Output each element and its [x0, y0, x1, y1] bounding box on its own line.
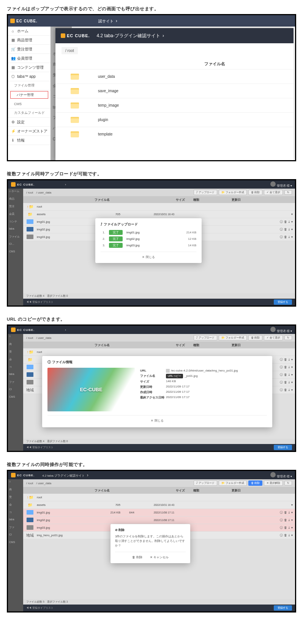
users-icon: 👥	[11, 56, 15, 60]
status-bar: ファイル総数 4 選択ファイル数 0	[23, 293, 295, 299]
user-menu[interactable]: 管理者 様 ▾	[268, 327, 292, 333]
url-copy-button[interactable]: URLコピー	[166, 374, 183, 378]
upload-button[interactable]: ⤴ アップロード	[194, 480, 217, 486]
close-button[interactable]: ✕ 閉じる	[101, 252, 196, 260]
product-icon: ▦	[11, 38, 15, 42]
thumb-icon	[23, 518, 37, 523]
sub-custom[interactable]: カスタムフィールド	[8, 109, 50, 118]
preview-image: EC-CUBE	[47, 368, 135, 411]
nav-products[interactable]: ▦商品管理	[8, 36, 50, 45]
folder-icon: 📁	[23, 503, 37, 507]
file-row[interactable]: ↑📁root	[23, 348, 295, 356]
delete-button[interactable]: 🗑 削除	[248, 480, 262, 486]
status-bar: ファイル総数 4 選択ファイル数 0	[23, 439, 295, 444]
app-screen: EC CUBE. 4.2 taba-プラグイン確認サイト 管理者 様 ▾ ⌂商受…	[8, 471, 295, 611]
rail: ⌂商受会コtabaファCICMS	[8, 334, 23, 451]
file-row[interactable]: img01.jpg214 KB6442022/11/08 17:11ⓘ 🗑 ⤓ …	[23, 509, 295, 516]
nav-store[interactable]: ⚡オーナーズストア	[8, 127, 50, 136]
breadcrumb-bar: / root / user_data ⤴ アップロード 📁 フォルダー作成 🗑 …	[23, 334, 295, 342]
breadcrumb[interactable]: / root / user_data	[26, 481, 51, 485]
user-menu[interactable]: 管理者 様 ▾	[268, 472, 292, 479]
folder-row[interactable]: save_image	[55, 83, 294, 98]
site-title[interactable]: 4.2 taba-プラグイン確認サイト	[42, 472, 88, 478]
file-row[interactable]: 📁assets7052022/10/31 16:43▾	[23, 501, 295, 509]
upload-button[interactable]: ⤴ アップロード	[194, 335, 217, 340]
status-bar: ファイル総数 5 選択ファイル数 3	[23, 599, 295, 605]
selectall-button[interactable]: ✓ 全て選択	[264, 335, 283, 340]
column-header: ファイル名サイズ種類更新日	[23, 342, 295, 348]
user-menu[interactable]: 管理者 様 ▾	[268, 181, 292, 188]
breadcrumb-bar: / root / user_data ⤴ アップロード 📁 フォルダー作成 🗑 …	[23, 479, 295, 487]
folder-row[interactable]: temp_image	[55, 98, 294, 112]
nav-orders[interactable]: 🛒受注管理	[8, 45, 50, 54]
sub-cms[interactable]: CMS	[8, 99, 50, 109]
selectall-button[interactable]: ✓ 全て選択	[264, 190, 283, 195]
cube-icon	[61, 33, 65, 38]
nav-info[interactable]: ℹ情報	[8, 136, 50, 145]
cube-icon	[11, 328, 16, 332]
avatar-icon	[270, 472, 276, 477]
up-icon: ↑📁	[23, 205, 37, 209]
nav-settings[interactable]: ⚙設定	[8, 118, 50, 127]
thumb-icon	[23, 219, 37, 225]
brand-logo: EC CUBE.	[61, 33, 90, 38]
mkdir-button[interactable]: 📁 フォルダー作成	[219, 190, 247, 195]
hex-icon: ⬡	[11, 74, 15, 79]
meta-table: URL/ec-cube-4.2.0/html/user_data/img_her…	[140, 368, 267, 411]
folder-row[interactable]: user_data	[55, 69, 294, 83]
section-delete: EC CUBE. 4.2 taba-プラグイン確認サイト 管理者 様 ▾ ⌂商受…	[7, 470, 296, 613]
section-urlcopy: EC CUBE. › 管理者 様 ▾ ⌂商受会コtabaファCICMS / ro…	[7, 324, 296, 452]
section-popup: EC CUBE. 認サイト ⌂ホーム ▦商品管理 🛒受注管理 👥会員管理 ▦コン…	[7, 14, 296, 161]
nav-taba[interactable]: ⬡taba™ app	[8, 72, 50, 81]
delete-button[interactable]: 🗑 削除	[248, 190, 262, 195]
file-row[interactable]: ↑📁root	[23, 494, 295, 501]
refresh-button[interactable]: ↻	[284, 335, 292, 340]
brand-logo: EC CUBE.	[11, 473, 35, 477]
thumb-icon	[23, 525, 37, 531]
file-row[interactable]: img02.jpg2022/11/08 17:11ⓘ 🗑 ⤓ ▾	[23, 516, 295, 524]
nav-home[interactable]: ⌂ホーム	[8, 27, 50, 36]
sub-banner[interactable]: バナー管理	[10, 91, 48, 99]
list-button[interactable]: ◀◀ 登録タイプリスト	[26, 300, 54, 304]
app-header: EC CUBE. › 管理者 様 ▾	[8, 180, 295, 189]
thumb-icon	[23, 365, 37, 370]
delete-button[interactable]: 🗑 削除	[248, 335, 262, 340]
save-button[interactable]: 登録する	[274, 605, 292, 611]
breadcrumb[interactable]: / root / user_data	[26, 336, 51, 340]
breadcrumb[interactable]: / root / user_data	[26, 191, 51, 195]
up-icon: ↑📁	[23, 495, 37, 499]
cancel-button[interactable]: ✕ キャンセル	[150, 555, 169, 559]
mkdir-button[interactable]: 📁 フォルダー作成	[219, 480, 247, 486]
brand-logo: EC CUBE.	[11, 182, 35, 187]
topbar-title[interactable]: 認サイト	[98, 18, 117, 24]
folder-icon	[71, 117, 79, 123]
refresh-button[interactable]: ↻	[284, 190, 292, 195]
confirm-delete-button[interactable]: 🗑 削除	[132, 555, 142, 559]
nav-members[interactable]: 👥会員管理	[8, 54, 50, 63]
sidebar: ⌂ホーム ▦商品管理 🛒受注管理 👥会員管理 ▦コンテンツ管理 ⬡taba™ a…	[8, 27, 50, 145]
folder-row[interactable]: template	[55, 127, 294, 141]
file-row[interactable]: 📁assets7052022/10/31 16:43▾	[23, 211, 295, 218]
close-button[interactable]: ✕ 閉じる	[47, 415, 267, 424]
save-button[interactable]: 登録する	[274, 299, 292, 305]
modal-title: ⤴ ファイルアップロード	[101, 222, 196, 227]
nav-content[interactable]: ▦コンテンツ管理	[8, 63, 50, 72]
upload-button[interactable]: ⤴ アップロード	[194, 190, 217, 195]
folder-icon	[71, 131, 79, 137]
caption-4: 複数ファイルの同時操作が可能です。	[7, 462, 296, 468]
popup-title[interactable]: 4.2 taba-プラグイン確認サイト	[97, 33, 164, 39]
list-button[interactable]: ◀◀ 登録タイプリスト	[26, 606, 54, 610]
content-icon: ▦	[11, 65, 15, 69]
sub-file[interactable]: ファイル管理	[8, 81, 50, 90]
deselect-button[interactable]: ✕ 選択解除	[264, 480, 283, 486]
breadcrumb[interactable]: / root	[62, 47, 78, 54]
gear-icon: ⚙	[11, 120, 15, 124]
thumb-icon	[23, 235, 37, 240]
bolt-icon: ⚡	[11, 129, 15, 133]
refresh-button[interactable]: ↻	[284, 481, 292, 485]
mkdir-button[interactable]: 📁 フォルダー作成	[219, 335, 247, 340]
list-button[interactable]: ◀◀ 登録タイプリスト	[26, 446, 54, 449]
file-row[interactable]: ↑📁root	[23, 203, 295, 211]
save-button[interactable]: 登録する	[274, 445, 292, 450]
folder-row[interactable]: plugin	[55, 112, 294, 127]
